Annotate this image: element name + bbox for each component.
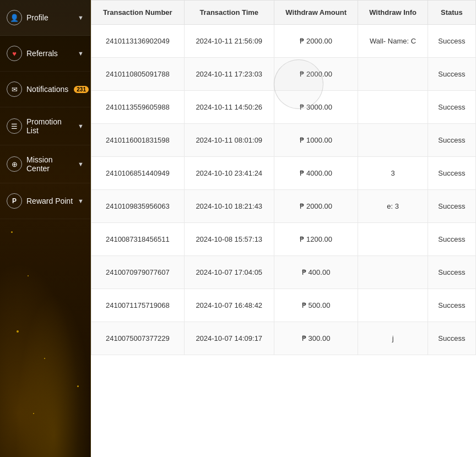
cell-transaction-number: 2410113136902049	[91, 25, 185, 58]
col-header-withdraw-info: Withdraw Info	[358, 1, 428, 25]
sidebar-item-promotion-list-label: Promotion List	[26, 117, 73, 135]
sparkle-2	[28, 275, 29, 276]
col-header-transaction-time: Transaction Time	[184, 1, 274, 25]
cell-withdraw-amount: ₱ 4000.00	[274, 157, 358, 190]
cell-withdraw-info	[358, 223, 428, 256]
cell-withdraw-amount: ₱ 2000.00	[274, 190, 358, 223]
cell-transaction-number: 2410113559605988	[91, 91, 185, 124]
cell-withdraw-amount: ₱ 1200.00	[274, 223, 358, 256]
cell-status: Success	[428, 289, 475, 322]
sidebar-item-mission-center-label: Mission Center	[26, 155, 73, 173]
cell-withdraw-amount: ₱ 2000.00	[274, 58, 358, 91]
sidebar: 👤 Profile ▼ ♥ Referrals ▼ ✉ Notification…	[0, 0, 91, 457]
main-content: Transaction Number Transaction Time With…	[91, 0, 476, 457]
sparkle-4	[44, 358, 45, 359]
cell-transaction-time: 2024-10-07 17:04:05	[184, 256, 274, 289]
table-row: 24101135596059882024-10-11 14:50:26₱ 300…	[91, 91, 476, 124]
cell-transaction-number: 2410075007377229	[91, 322, 185, 355]
cell-withdraw-info: Wall- Name: C	[358, 25, 428, 58]
cell-transaction-time: 2024-10-08 15:57:13	[184, 223, 274, 256]
table-row: 24101068514409492024-10-10 23:41:24₱ 400…	[91, 157, 476, 190]
notifications-icon: ✉	[7, 81, 22, 97]
promotion-list-icon: ☰	[7, 118, 22, 134]
col-header-status: Status	[428, 1, 475, 25]
mission-center-icon: ⊕	[7, 156, 22, 172]
cell-status: Success	[428, 322, 475, 355]
cell-withdraw-amount: ₱ 1000.00	[274, 124, 358, 157]
sidebar-item-profile-label: Profile	[26, 13, 73, 22]
sparkle-3	[17, 330, 19, 333]
cell-withdraw-info	[358, 289, 428, 322]
transactions-table: Transaction Number Transaction Time With…	[91, 0, 476, 355]
cell-status: Success	[428, 256, 475, 289]
cell-transaction-number: 2410109835956063	[91, 190, 185, 223]
cell-status: Success	[428, 223, 475, 256]
cell-withdraw-amount: ₱ 400.00	[274, 256, 358, 289]
table-row: 24101160018315982024-10-11 08:01:09₱ 100…	[91, 124, 476, 157]
cell-withdraw-info	[358, 58, 428, 91]
cell-transaction-time: 2024-10-11 17:23:03	[184, 58, 274, 91]
cell-transaction-number: 2410070979077607	[91, 256, 185, 289]
cell-transaction-number: 2410087318456511	[91, 223, 185, 256]
mission-center-chevron: ▼	[78, 161, 84, 167]
sparkle-1	[11, 231, 13, 233]
cell-transaction-number: 2410116001831598	[91, 124, 185, 157]
table-row: 24101098359560632024-10-10 18:21:43₱ 200…	[91, 190, 476, 223]
table-row: 24100873184565112024-10-08 15:57:13₱ 120…	[91, 223, 476, 256]
reward-point-icon: P	[7, 193, 22, 209]
cell-transaction-time: 2024-10-07 16:48:42	[184, 289, 274, 322]
cell-status: Success	[428, 91, 475, 124]
table-header-row: Transaction Number Transaction Time With…	[91, 1, 476, 25]
table-row: 24100750073772292024-10-07 14:09:17₱ 300…	[91, 322, 476, 355]
referrals-chevron: ▼	[78, 50, 84, 57]
cell-withdraw-info: j	[358, 322, 428, 355]
table-row: 24100709790776072024-10-07 17:04:05₱ 400…	[91, 256, 476, 289]
col-header-withdraw-amount: Withdraw Amount	[274, 1, 358, 25]
cell-transaction-time: 2024-10-10 18:21:43	[184, 190, 274, 223]
sidebar-item-notifications[interactable]: ✉ Notifications 231 ▼	[0, 72, 90, 107]
cell-withdraw-info	[358, 256, 428, 289]
cell-withdraw-amount: ₱ 2000.00	[274, 25, 358, 58]
sidebar-item-reward-point-label: Reward Point	[26, 197, 73, 205]
sidebar-item-profile[interactable]: 👤 Profile ▼	[0, 0, 90, 36]
cell-transaction-time: 2024-10-07 14:09:17	[184, 322, 274, 355]
table-row: 24101108050917882024-10-11 17:23:03₱ 200…	[91, 58, 476, 91]
table-row: 24101131369020492024-10-11 21:56:09₱ 200…	[91, 25, 476, 58]
cell-withdraw-amount: ₱ 3000.00	[274, 91, 358, 124]
sparkle-5	[77, 385, 79, 387]
referrals-icon: ♥	[7, 46, 22, 61]
cell-status: Success	[428, 157, 475, 190]
cell-transaction-number: 2410110805091788	[91, 58, 185, 91]
cell-withdraw-info	[358, 124, 428, 157]
table-row: 24100711757190682024-10-07 16:48:42₱ 500…	[91, 289, 476, 322]
sidebar-item-referrals[interactable]: ♥ Referrals ▼	[0, 36, 90, 72]
cell-transaction-number: 2410106851440949	[91, 157, 185, 190]
cell-transaction-time: 2024-10-11 08:01:09	[184, 124, 274, 157]
cell-withdraw-info: 3	[358, 157, 428, 190]
sidebar-item-reward-point[interactable]: P Reward Point ▼	[0, 183, 90, 219]
cell-transaction-time: 2024-10-11 14:50:26	[184, 91, 274, 124]
sidebar-item-notifications-label: Notifications	[26, 85, 68, 94]
cell-transaction-time: 2024-10-11 21:56:09	[184, 25, 274, 58]
notifications-badge: 231	[74, 86, 89, 93]
cell-status: Success	[428, 58, 475, 91]
col-header-transaction-number: Transaction Number	[91, 1, 185, 25]
cell-withdraw-amount: ₱ 500.00	[274, 289, 358, 322]
cell-withdraw-info	[358, 91, 428, 124]
cell-transaction-number: 2410071175719068	[91, 289, 185, 322]
reward-point-chevron: ▼	[78, 198, 84, 204]
cell-status: Success	[428, 124, 475, 157]
cell-status: Success	[428, 25, 475, 58]
sidebar-item-referrals-label: Referrals	[26, 49, 73, 58]
promotion-list-chevron: ▼	[78, 123, 84, 129]
sparkle-6	[33, 413, 34, 414]
profile-chevron: ▼	[78, 14, 84, 21]
sidebar-item-mission-center[interactable]: ⊕ Mission Center ▼	[0, 145, 90, 183]
cell-withdraw-amount: ₱ 300.00	[274, 322, 358, 355]
profile-icon: 👤	[7, 10, 22, 25]
cell-status: Success	[428, 190, 475, 223]
cell-withdraw-info: e: 3	[358, 190, 428, 223]
cell-transaction-time: 2024-10-10 23:41:24	[184, 157, 274, 190]
sidebar-item-promotion-list[interactable]: ☰ Promotion List ▼	[0, 107, 90, 145]
